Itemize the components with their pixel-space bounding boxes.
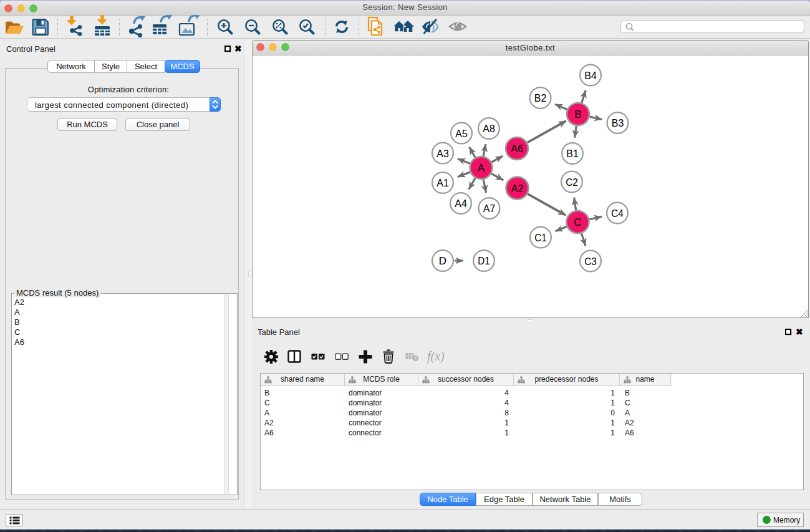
svg-text:A1: A1 <box>436 177 449 189</box>
svg-text:A4: A4 <box>455 198 467 210</box>
svg-text:A3: A3 <box>436 148 449 160</box>
svg-text:C2: C2 <box>566 177 578 188</box>
svg-text:D: D <box>439 255 446 267</box>
svg-text:B: B <box>574 109 581 120</box>
svg-text:C4: C4 <box>611 208 624 220</box>
svg-text:A2: A2 <box>511 183 524 195</box>
svg-text:B3: B3 <box>612 117 624 129</box>
svg-text:C1: C1 <box>534 232 547 244</box>
svg-text:B2: B2 <box>534 92 547 104</box>
svg-text:A5: A5 <box>455 128 468 140</box>
svg-text:A: A <box>478 162 485 174</box>
svg-text:C: C <box>574 216 581 228</box>
svg-text:A8: A8 <box>483 123 495 135</box>
svg-text:A7: A7 <box>483 203 496 215</box>
svg-text:D1: D1 <box>478 255 490 267</box>
svg-text:B4: B4 <box>584 70 597 82</box>
svg-text:B1: B1 <box>566 148 579 160</box>
svg-text:A6: A6 <box>511 143 523 155</box>
svg-text:C3: C3 <box>584 256 597 268</box>
